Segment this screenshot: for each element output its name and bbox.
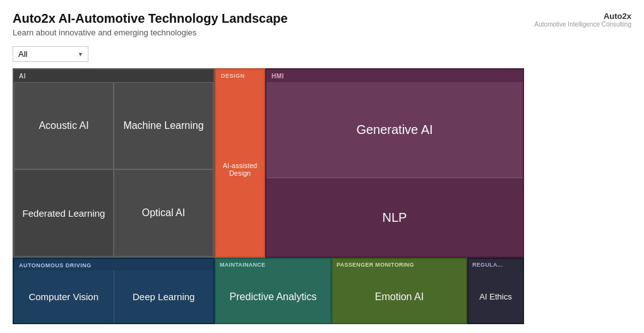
section-passenger: PASSENGER MONITORING Emotion AI [331, 258, 467, 324]
page-header: Auto2x AI-Automotive Technology Landscap… [0, 0, 644, 41]
ai-inner: Acoustic AI Machine Learning Federated L… [14, 70, 213, 257]
cell-predictive-analytics[interactable]: Predictive Analytics [216, 270, 330, 323]
cell-nlp[interactable]: NLP [266, 178, 523, 257]
ai-top-row: Acoustic AI Machine Learning [14, 82, 213, 169]
section-regulation-label: REGULA... [472, 262, 503, 268]
section-ai-label: AI [19, 73, 26, 80]
section-passenger-label: PASSENGER MONITORING [337, 262, 414, 268]
section-hmi: HMI Generative AI NLP [265, 68, 524, 258]
cell-ai-assisted-design[interactable]: AI-assisted Design [216, 82, 264, 257]
section-maintenance: MAINTAINANCE Predictive Analytics [215, 258, 331, 324]
cell-ai-ethics[interactable]: AI Ethics [468, 270, 523, 323]
category-filter[interactable]: All AI Design HMI Maintenance Autonomous… [13, 46, 88, 62]
header-left: Auto2x AI-Automotive Technology Landscap… [13, 11, 288, 37]
section-design-label: DESIGN [221, 73, 245, 79]
page-title: Auto2x AI-Automotive Technology Landscap… [13, 11, 288, 26]
filter-bar: All AI Design HMI Maintenance Autonomous… [0, 41, 644, 68]
autonomous-inner: Computer Vision Deep Learning [14, 259, 213, 323]
section-autonomous: AUTONOMOUS DRIVING Computer Vision Deep … [13, 258, 215, 324]
section-ai: AI Acoustic AI Machine Learning Federate… [13, 68, 215, 258]
cell-federated-learning[interactable]: Federated Learning [14, 169, 114, 257]
logo: Auto2x [604, 11, 631, 21]
cell-generative-ai[interactable]: Generative AI [266, 82, 523, 178]
cell-emotion-ai[interactable]: Emotion AI [333, 270, 466, 323]
section-maintenance-label: MAINTAINANCE [220, 262, 265, 268]
section-design: DESIGN AI-assisted Design [215, 68, 265, 258]
treemap-row-2: AUTONOMOUS DRIVING Computer Vision Deep … [13, 258, 524, 324]
treemap: AI Acoustic AI Machine Learning Federate… [13, 68, 524, 324]
treemap-row-1: AI Acoustic AI Machine Learning Federate… [13, 68, 524, 258]
cell-optical-ai[interactable]: Optical AI [114, 169, 213, 257]
section-autonomous-label: AUTONOMOUS DRIVING [19, 262, 92, 269]
cell-acoustic-ai[interactable]: Acoustic AI [14, 82, 114, 169]
hmi-inner: Generative AI NLP [266, 70, 523, 257]
cell-deep-learning[interactable]: Deep Learning [114, 270, 214, 323]
logo-tagline: Automotive Intelligence Consulting [535, 21, 631, 28]
cell-machine-learning[interactable]: Machine Learning [114, 82, 213, 169]
ai-bottom-row: Federated Learning Optical AI [14, 169, 213, 257]
cell-computer-vision[interactable]: Computer Vision [14, 270, 114, 323]
filter-wrapper[interactable]: All AI Design HMI Maintenance Autonomous… [13, 46, 88, 62]
section-regulation: REGULA... AI Ethics [467, 258, 524, 324]
section-hmi-label: HMI [271, 73, 284, 80]
logo-area: Auto2x Automotive Intelligence Consultin… [535, 11, 631, 28]
page-subtitle: Learn about innovative and emerging tech… [13, 28, 288, 37]
